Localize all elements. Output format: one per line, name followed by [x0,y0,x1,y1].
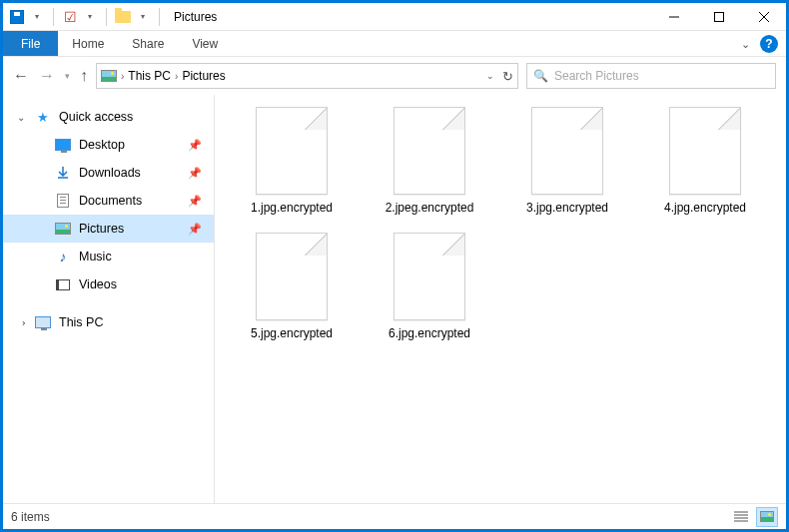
chevron-down-icon[interactable]: ▾ [29,9,45,25]
sidebar-item-music[interactable]: ♪ Music [3,243,214,270]
sidebar-item-label: Documents [79,194,142,208]
properties-icon[interactable]: ☑ [62,9,78,25]
file-icon [394,233,465,320]
folder-icon[interactable] [115,9,131,25]
chevron-down-icon[interactable]: ▾ [135,9,151,25]
sidebar-item-label: This PC [59,315,103,329]
file-icon [531,107,603,195]
location-icon [101,68,117,84]
this-pc-icon [35,314,51,330]
expand-caret-icon[interactable]: ⌄ [16,318,27,326]
download-icon [55,165,71,181]
file-icon [394,107,465,195]
sidebar-item-videos[interactable]: Videos [3,270,214,298]
maximize-button[interactable] [696,3,741,31]
nav-arrows: ← → ▾ ↑ [13,67,88,85]
chevron-down-icon[interactable]: ▾ [82,9,98,25]
pin-icon: 📌 [188,195,202,208]
recent-locations-button[interactable]: ▾ [65,71,70,81]
desktop-icon [55,137,71,153]
search-input[interactable] [554,69,769,83]
item-count: 6 items [11,510,50,524]
sidebar-item-label: Music [79,250,112,264]
file-name-label: 5.jpg.encrypted [251,326,333,340]
explorer-window: ▾ ☑ ▾ ▾ Pictures File Home Share View ⌄ … [3,3,786,529]
title-bar: ▾ ☑ ▾ ▾ Pictures [3,3,786,31]
sidebar-item-label: Desktop [79,138,125,152]
status-bar: 6 items [3,503,786,529]
minimize-button[interactable] [651,3,696,31]
sidebar-item-label: Videos [79,277,117,291]
sidebar-item-downloads[interactable]: Downloads 📌 [3,159,214,187]
sidebar-item-quick-access[interactable]: ⌄ ★ Quick access [3,103,214,131]
svg-rect-1 [714,13,723,22]
close-button[interactable] [741,3,786,31]
chevron-right-icon[interactable]: › [175,71,178,82]
back-button[interactable]: ← [13,67,29,85]
tab-share[interactable]: Share [118,31,178,56]
file-name-label: 1.jpg.encrypted [251,201,333,215]
large-icons-view-button[interactable] [756,507,778,527]
up-button[interactable]: ↑ [80,67,88,85]
expand-caret-icon[interactable]: ⌄ [17,112,25,123]
file-name-label: 2.jpeg.encrypted [386,201,474,215]
window-title: Pictures [174,10,217,24]
navigation-pane: ⌄ ★ Quick access Desktop 📌 Downloads 📌 D… [3,95,215,503]
pin-icon: 📌 [188,223,202,236]
file-item[interactable]: 6.jpg.encrypted [365,233,494,340]
sidebar-item-documents[interactable]: Documents 📌 [3,187,214,215]
sidebar-item-this-pc[interactable]: ⌄ This PC [3,308,214,336]
file-item[interactable]: 2.jpeg.encrypted [365,107,494,215]
pin-icon: 📌 [188,167,202,180]
star-icon: ★ [35,109,51,125]
file-name-label: 6.jpg.encrypted [389,326,470,340]
file-list[interactable]: 1.jpg.encrypted2.jpeg.encrypted3.jpg.enc… [215,95,786,503]
search-icon: 🔍 [533,69,548,83]
breadcrumb[interactable]: This PC [128,69,171,83]
address-dropdown-icon[interactable]: ⌄ [486,71,494,81]
file-icon [669,107,741,195]
pin-icon: 📌 [188,139,202,152]
file-name-label: 4.jpg.encrypted [664,201,746,215]
pictures-icon [55,221,71,237]
ribbon: File Home Share View ⌄ ? [3,31,786,57]
app-icon [9,9,25,25]
sidebar-item-pictures[interactable]: Pictures 📌 [3,215,214,243]
navigation-bar: ← → ▾ ↑ › This PC › Pictures ⌄ ↻ 🔍 [3,57,786,95]
search-box[interactable]: 🔍 [526,63,776,89]
quick-access-toolbar: ▾ ☑ ▾ ▾ Pictures [3,8,217,26]
file-tab[interactable]: File [3,31,58,56]
file-item[interactable]: 3.jpg.encrypted [502,107,632,215]
file-item[interactable]: 5.jpg.encrypted [227,233,357,340]
details-view-button[interactable] [730,507,752,527]
file-icon [256,233,328,320]
sidebar-item-label: Quick access [59,110,133,124]
sidebar-item-desktop[interactable]: Desktop 📌 [3,131,214,159]
sidebar-item-label: Pictures [79,222,124,236]
tab-home[interactable]: Home [58,31,118,56]
address-bar[interactable]: › This PC › Pictures ⌄ ↻ [96,63,518,89]
file-icon [256,107,328,195]
refresh-button[interactable]: ↻ [502,69,513,84]
tab-view[interactable]: View [178,31,232,56]
expand-ribbon-icon[interactable]: ⌄ [741,38,750,51]
document-icon [55,193,71,209]
file-item[interactable]: 1.jpg.encrypted [227,107,357,215]
explorer-body: ⌄ ★ Quick access Desktop 📌 Downloads 📌 D… [3,95,786,503]
breadcrumb[interactable]: Pictures [182,69,225,83]
chevron-right-icon[interactable]: › [121,71,124,82]
window-controls [651,3,786,31]
file-name-label: 3.jpg.encrypted [526,201,608,215]
sidebar-item-label: Downloads [79,166,141,180]
music-icon: ♪ [55,249,71,265]
video-icon [55,276,71,292]
file-item[interactable]: 4.jpg.encrypted [640,107,770,215]
help-icon[interactable]: ? [760,35,778,53]
forward-button[interactable]: → [39,67,55,85]
